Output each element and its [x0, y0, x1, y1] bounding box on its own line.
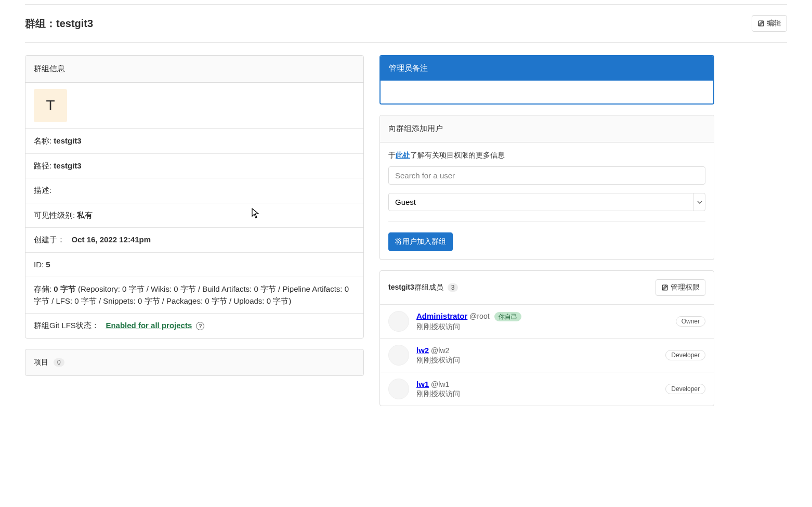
- members-count: 3: [448, 283, 459, 292]
- add-user-card: 向群组添加用户 于此处了解有关项目权限的更多信息 Guest 将用户加入群组: [379, 115, 714, 260]
- member-role: Developer: [665, 350, 705, 360]
- add-user-header: 向群组添加用户: [380, 115, 714, 142]
- add-user-submit-button[interactable]: 将用户加入群组: [388, 232, 453, 251]
- role-select[interactable]: Guest: [388, 193, 705, 211]
- member-access: 刚刚授权访问: [416, 322, 676, 332]
- member-name-link[interactable]: Administrator: [416, 311, 467, 320]
- info-lfs: 群组Git LFS状态： Enabled for all projects ?: [25, 314, 363, 338]
- help-icon[interactable]: ?: [196, 322, 204, 330]
- projects-count: 0: [54, 358, 64, 367]
- projects-card: 项目 0: [25, 349, 364, 376]
- admin-notes-body: [381, 81, 713, 103]
- svg-rect-0: [758, 21, 764, 26]
- admin-notes-header: 管理员备注: [381, 56, 713, 81]
- members-title: testgit3群组成员 3: [388, 283, 458, 292]
- member-role: Developer: [665, 384, 705, 394]
- member-row: Administrator @root 你自己 刚刚授权访问 Owner: [380, 304, 714, 338]
- members-card: testgit3群组成员 3 管理权限 Administrator @root …: [379, 270, 714, 406]
- member-handle: @lw2: [431, 346, 449, 355]
- manage-permissions-button[interactable]: 管理权限: [656, 279, 705, 296]
- group-info-card: 群组信息 T 名称: testgit3 路径: testgit3 描述: 可见性…: [25, 55, 364, 339]
- info-visibility: 可见性级别: 私有: [25, 203, 363, 228]
- info-storage: 存储: 0 字节 (Repository: 0 字节 / Wikis: 0 字节…: [25, 277, 363, 314]
- user-search-input[interactable]: [388, 166, 705, 185]
- lfs-status-link[interactable]: Enabled for all projects: [106, 321, 192, 330]
- edit-label: 编辑: [767, 19, 781, 28]
- svg-rect-1: [662, 285, 667, 290]
- title-prefix: 群组：: [25, 18, 56, 29]
- member-role: Owner: [676, 316, 705, 327]
- admin-notes-card: 管理员备注: [379, 55, 714, 105]
- member-access: 刚刚授权访问: [416, 356, 665, 365]
- permissions-link[interactable]: 此处: [396, 151, 410, 159]
- info-description: 描述:: [25, 178, 363, 203]
- group-avatar: T: [34, 89, 67, 122]
- info-id: ID: 5: [25, 253, 363, 278]
- pencil-icon: [757, 20, 765, 27]
- info-created: 创建于： Oct 16, 2022 12:41pm: [25, 228, 363, 253]
- member-avatar: [388, 345, 409, 366]
- member-avatar: [388, 379, 409, 399]
- projects-label: 项目: [34, 358, 48, 367]
- edit-button[interactable]: 编辑: [752, 15, 787, 32]
- member-handle: @lw1: [431, 380, 449, 388]
- member-avatar: [388, 311, 409, 332]
- member-name-link[interactable]: lw2: [416, 346, 429, 355]
- pencil-icon: [661, 284, 669, 291]
- group-name: testgit3: [56, 18, 93, 29]
- member-handle: @root: [469, 312, 489, 320]
- member-row: lw2 @lw2 刚刚授权访问 Developer: [380, 338, 714, 372]
- group-info-header: 群组信息: [25, 56, 363, 83]
- info-name: 名称: testgit3: [25, 129, 363, 154]
- member-name-link[interactable]: lw1: [416, 380, 429, 388]
- member-access: 刚刚授权访问: [416, 389, 665, 399]
- self-label: 你自己: [494, 312, 521, 321]
- permissions-info: 于此处了解有关项目权限的更多信息: [388, 151, 705, 160]
- info-path: 路径: testgit3: [25, 154, 363, 179]
- page-title: 群组：testgit3: [25, 17, 93, 31]
- member-row: lw1 @lw1 刚刚授权访问 Developer: [380, 372, 714, 406]
